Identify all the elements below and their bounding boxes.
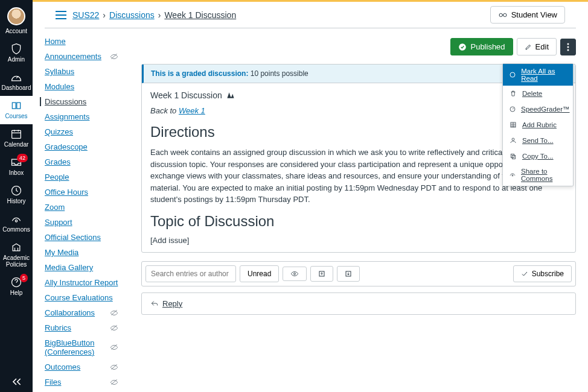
hidden-eye-icon [110,53,118,60]
course-nav-link[interactable]: Zoom [45,203,65,212]
course-nav-item: Discussions [40,97,123,106]
nav-admin[interactable]: Admin [0,39,33,68]
check-circle-icon [458,43,467,51]
breadcrumb-bar: SUS22 › Discussions › Week 1 Discussion … [45,2,576,28]
course-nav-link[interactable]: Media Gallery [45,263,93,272]
course-nav-item: Outcomes [45,362,123,371]
dropdown-speedgrader[interactable]: SpeedGrader™ [503,101,573,117]
nav-account[interactable]: Account [0,4,33,39]
course-nav-item: Official Sections [45,233,123,242]
svg-point-19 [512,175,513,176]
course-nav-link[interactable]: My Media [45,248,78,257]
reply-box[interactable]: Reply [141,292,576,315]
hamburger-icon[interactable] [56,11,66,19]
view-toggle-button[interactable] [283,267,307,281]
dropdown-mark-all-read[interactable]: Mark All as Read [503,64,573,86]
course-nav-link[interactable]: Discussions [45,97,86,106]
course-nav-item: Files [45,378,123,387]
svg-rect-18 [513,156,516,159]
course-nav-link[interactable]: Ally Instructor Report [45,278,118,287]
course-nav-link[interactable]: Home [45,37,66,46]
gauge-icon [8,71,24,83]
breadcrumb-course[interactable]: SUS22 [72,10,99,20]
glasses-icon [498,12,508,18]
course-nav-item: BigBlueButton (Conferences) [45,338,123,356]
course-nav-item: Home [45,37,123,46]
speedgrader-icon [509,105,516,113]
course-nav-item: Ally Instructor Report [45,278,123,287]
course-nav-link[interactable]: Support [45,218,72,227]
nav-dashboard[interactable]: Dashboard [0,68,33,96]
course-nav-link[interactable]: Modules [45,82,74,91]
course-nav-item: People [45,172,123,182]
nav-academic-policies[interactable]: Academic Policies [0,238,33,273]
commons-icon [8,213,24,225]
course-nav-item: Media Gallery [45,263,123,272]
action-row: Published Edit [141,38,576,55]
course-nav-link[interactable]: BigBlueButton (Conferences) [45,338,110,356]
nav-courses[interactable]: Courses [0,96,33,124]
course-nav-link[interactable]: Collaborations [45,308,95,317]
course-nav-item: Zoom [45,203,123,212]
course-nav-link[interactable]: Course Evaluations [45,293,113,302]
svg-point-13 [510,72,515,77]
svg-point-16 [512,138,514,141]
published-button[interactable]: Published [450,38,513,55]
svg-point-2 [15,220,17,222]
course-nav-link[interactable]: Syllabus [45,67,74,76]
hidden-eye-icon [110,379,118,386]
course-nav-item: Collaborations [45,308,123,317]
subscribe-button[interactable]: Subscribe [513,265,572,282]
hidden-eye-icon [110,309,118,317]
course-nav-item: Gradescope [45,142,123,151]
user-icon [509,136,517,145]
nav-calendar[interactable]: Calendar [0,124,33,153]
back-to-week-link[interactable]: Week 1 [179,106,205,115]
nav-commons[interactable]: Commons [0,209,33,238]
expand-replies-button[interactable] [337,266,360,282]
more-options-button[interactable] [560,39,576,55]
course-nav-item: Grades [45,157,123,166]
course-nav-link[interactable]: Outcomes [45,362,80,371]
rubric-icon [509,121,517,129]
hidden-eye-icon [110,324,118,332]
dropdown-share-commons[interactable]: Share to Commons [503,164,573,186]
course-nav-link[interactable]: Files [45,378,61,387]
course-nav-link[interactable]: Grades [45,157,71,166]
course-nav-link[interactable]: Gradescope [45,142,88,151]
dropdown-delete[interactable]: Delete [503,86,573,101]
breadcrumb: SUS22 › Discussions › Week 1 Discussion [72,10,236,20]
svg-point-4 [499,13,502,16]
nav-inbox[interactable]: 42 Inbox [0,153,33,181]
edit-button[interactable]: Edit [517,38,557,55]
ally-indicator-icon[interactable] [226,92,235,99]
eye-icon [290,271,299,277]
hidden-eye-icon [110,364,118,371]
dropdown-copy-to[interactable]: Copy To... [503,148,573,164]
check-icon [521,271,528,277]
student-view-button[interactable]: Student View [490,6,565,24]
collapse-replies-button[interactable] [310,266,333,282]
breadcrumb-section[interactable]: Discussions [109,10,155,20]
dropdown-send-to[interactable]: Send To... [503,133,573,148]
calendar-icon [8,128,24,140]
kebab-icon [567,43,569,51]
course-nav-link[interactable]: Official Sections [45,233,101,242]
unread-filter-button[interactable]: Unread [240,265,279,282]
search-input[interactable] [145,265,236,282]
trash-icon [509,89,517,98]
dropdown-add-rubric[interactable]: Add Rubric [503,117,573,133]
course-nav-link[interactable]: Assignments [45,112,89,121]
course-nav-item: Support [45,218,123,227]
nav-history[interactable]: History [0,181,33,209]
shield-icon [8,43,24,55]
add-issue-placeholder: [Add issue] [150,236,567,245]
course-nav-link[interactable]: Office Hours [45,188,88,197]
course-nav-link[interactable]: Quizzes [45,127,73,136]
course-nav-link[interactable]: Rubrics [45,323,71,332]
collapse-nav-icon[interactable] [10,378,22,392]
course-nav-link[interactable]: People [45,172,69,182]
course-nav-item: Announcements [45,52,123,61]
course-nav-link[interactable]: Announcements [45,52,101,61]
nav-help[interactable]: 5 Help [0,273,33,301]
